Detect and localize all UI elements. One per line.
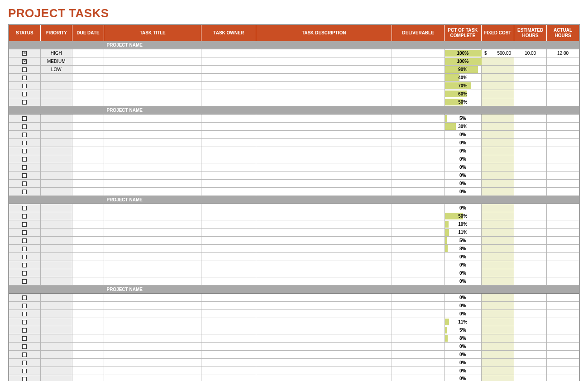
est-hours-cell[interactable] bbox=[514, 277, 547, 286]
status-checkbox[interactable] bbox=[22, 190, 27, 194]
act-hours-cell[interactable] bbox=[547, 359, 579, 367]
task-owner-cell[interactable] bbox=[201, 261, 256, 269]
task-desc-cell[interactable] bbox=[256, 171, 392, 180]
priority-cell[interactable] bbox=[40, 220, 72, 229]
pct-complete-cell[interactable]: 0% bbox=[444, 294, 481, 302]
fixed-cost-cell[interactable] bbox=[481, 204, 514, 212]
priority-cell[interactable] bbox=[40, 302, 72, 310]
status-cell[interactable] bbox=[9, 82, 40, 90]
pct-complete-cell[interactable]: 11% bbox=[444, 318, 481, 326]
priority-cell[interactable] bbox=[40, 334, 72, 343]
duedate-cell[interactable] bbox=[72, 131, 104, 139]
task-owner-cell[interactable] bbox=[201, 326, 256, 334]
duedate-cell[interactable] bbox=[72, 139, 104, 147]
fixed-cost-cell[interactable] bbox=[481, 82, 514, 90]
act-hours-cell[interactable] bbox=[547, 375, 579, 381]
fixed-cost-cell[interactable] bbox=[481, 253, 514, 261]
est-hours-cell[interactable] bbox=[514, 171, 547, 180]
task-owner-cell[interactable] bbox=[201, 269, 256, 277]
status-cell[interactable] bbox=[9, 220, 40, 229]
pct-complete-cell[interactable]: 0% bbox=[444, 351, 481, 359]
deliverable-cell[interactable] bbox=[392, 269, 444, 277]
fixed-cost-cell[interactable] bbox=[481, 66, 514, 74]
pct-complete-cell[interactable]: 0% bbox=[444, 261, 481, 269]
status-cell[interactable] bbox=[9, 343, 40, 351]
status-cell[interactable] bbox=[9, 359, 40, 367]
task-desc-cell[interactable] bbox=[256, 204, 392, 212]
fixed-cost-cell[interactable] bbox=[481, 163, 514, 171]
status-checkbox[interactable] bbox=[22, 238, 27, 243]
act-hours-cell[interactable] bbox=[547, 90, 579, 98]
status-checkbox[interactable] bbox=[22, 206, 27, 210]
task-desc-cell[interactable] bbox=[256, 147, 392, 155]
fixed-cost-cell[interactable] bbox=[481, 220, 514, 229]
est-hours-cell[interactable] bbox=[514, 294, 547, 302]
duedate-cell[interactable] bbox=[72, 318, 104, 326]
task-desc-cell[interactable] bbox=[256, 155, 392, 163]
task-owner-cell[interactable] bbox=[201, 155, 256, 163]
task-desc-cell[interactable] bbox=[256, 359, 392, 367]
task-desc-cell[interactable] bbox=[256, 237, 392, 245]
task-title-cell[interactable] bbox=[104, 334, 201, 343]
status-cell[interactable] bbox=[9, 334, 40, 343]
task-owner-cell[interactable] bbox=[201, 188, 256, 196]
task-desc-cell[interactable] bbox=[256, 90, 392, 98]
status-cell[interactable] bbox=[9, 351, 40, 359]
fixed-cost-cell[interactable] bbox=[481, 269, 514, 277]
priority-cell[interactable] bbox=[40, 188, 72, 196]
pct-complete-cell[interactable]: 0% bbox=[444, 188, 481, 196]
est-hours-cell[interactable] bbox=[514, 212, 547, 220]
task-title-cell[interactable] bbox=[104, 359, 201, 367]
task-title-cell[interactable] bbox=[104, 269, 201, 277]
pct-complete-cell[interactable]: 0% bbox=[444, 204, 481, 212]
act-hours-cell[interactable] bbox=[547, 310, 579, 318]
task-title-cell[interactable] bbox=[104, 131, 201, 139]
task-title-cell[interactable] bbox=[104, 310, 201, 318]
est-hours-cell[interactable]: 10.00 bbox=[514, 49, 547, 57]
priority-cell[interactable]: HIGH bbox=[40, 49, 72, 57]
est-hours-cell[interactable] bbox=[514, 318, 547, 326]
pct-complete-cell[interactable]: 0% bbox=[444, 131, 481, 139]
act-hours-cell[interactable] bbox=[547, 237, 579, 245]
status-checkbox[interactable] bbox=[22, 59, 27, 64]
status-cell[interactable] bbox=[9, 302, 40, 310]
fixed-cost-cell[interactable] bbox=[481, 245, 514, 253]
task-desc-cell[interactable] bbox=[256, 188, 392, 196]
duedate-cell[interactable] bbox=[72, 253, 104, 261]
fixed-cost-cell[interactable] bbox=[481, 123, 514, 131]
status-checkbox[interactable] bbox=[22, 336, 27, 341]
pct-complete-cell[interactable]: 0% bbox=[444, 310, 481, 318]
task-title-cell[interactable] bbox=[104, 245, 201, 253]
act-hours-cell[interactable] bbox=[547, 74, 579, 82]
task-desc-cell[interactable] bbox=[256, 367, 392, 375]
priority-cell[interactable] bbox=[40, 74, 72, 82]
pct-complete-cell[interactable]: 5% bbox=[444, 237, 481, 245]
priority-cell[interactable] bbox=[40, 212, 72, 220]
act-hours-cell[interactable]: 12.00 bbox=[547, 49, 579, 57]
deliverable-cell[interactable] bbox=[392, 139, 444, 147]
pct-complete-cell[interactable]: 0% bbox=[444, 359, 481, 367]
est-hours-cell[interactable] bbox=[514, 180, 547, 188]
priority-cell[interactable] bbox=[40, 123, 72, 131]
act-hours-cell[interactable] bbox=[547, 326, 579, 334]
duedate-cell[interactable] bbox=[72, 163, 104, 171]
status-checkbox[interactable] bbox=[22, 304, 27, 308]
act-hours-cell[interactable] bbox=[547, 253, 579, 261]
act-hours-cell[interactable] bbox=[547, 155, 579, 163]
est-hours-cell[interactable] bbox=[514, 188, 547, 196]
task-owner-cell[interactable] bbox=[201, 359, 256, 367]
status-checkbox[interactable] bbox=[22, 344, 27, 349]
status-cell[interactable] bbox=[9, 375, 40, 381]
est-hours-cell[interactable] bbox=[514, 351, 547, 359]
duedate-cell[interactable] bbox=[72, 334, 104, 343]
deliverable-cell[interactable] bbox=[392, 277, 444, 286]
fixed-cost-cell[interactable] bbox=[481, 139, 514, 147]
priority-cell[interactable] bbox=[40, 131, 72, 139]
task-desc-cell[interactable] bbox=[256, 66, 392, 74]
task-owner-cell[interactable] bbox=[201, 245, 256, 253]
duedate-cell[interactable] bbox=[72, 343, 104, 351]
status-cell[interactable] bbox=[9, 188, 40, 196]
task-title-cell[interactable] bbox=[104, 351, 201, 359]
status-checkbox[interactable] bbox=[22, 92, 27, 96]
task-owner-cell[interactable] bbox=[201, 253, 256, 261]
